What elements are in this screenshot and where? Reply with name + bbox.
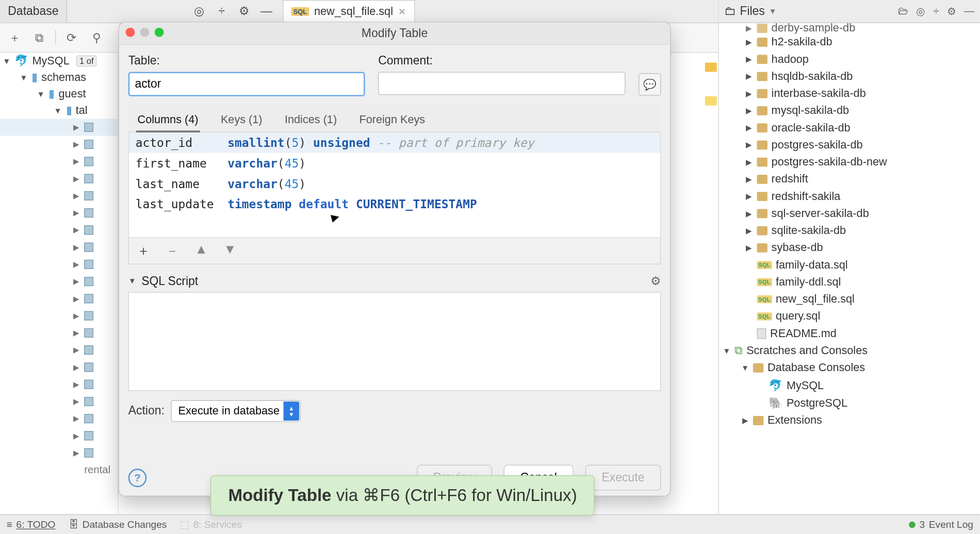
- files-item[interactable]: redshift-sakila: [722, 188, 977, 205]
- scratches-node[interactable]: ⧉Scratches and Consoles: [722, 342, 977, 359]
- close-icon[interactable]: ✕: [398, 6, 406, 16]
- chevron-right-icon[interactable]: [72, 397, 80, 406]
- select-stepper-icon[interactable]: ▲▼: [284, 402, 300, 421]
- files-item[interactable]: postgres-sakila-db-new: [722, 154, 977, 171]
- help-button[interactable]: ?: [128, 469, 147, 487]
- extensions-node[interactable]: Extensions: [722, 412, 977, 429]
- chevron-right-icon[interactable]: [745, 89, 753, 98]
- tab-keys[interactable]: Keys (1): [219, 109, 264, 131]
- comment-input[interactable]: [378, 72, 625, 95]
- files-item[interactable]: redshift: [722, 171, 977, 188]
- database-tree[interactable]: 🐬 MySQL 1 of ▮ schemas ▮ guest ▮ tal ren…: [0, 53, 119, 514]
- columns-list[interactable]: actor_idsmallint(5) unsigned -- part of …: [128, 132, 661, 238]
- gear-icon[interactable]: ⚙: [947, 5, 956, 18]
- minimize-icon[interactable]: —: [259, 4, 273, 18]
- add-column-icon[interactable]: ＋: [137, 242, 150, 260]
- files-item[interactable]: oracle-sakila-db: [722, 119, 977, 136]
- filter-icon[interactable]: ⚲: [88, 28, 106, 47]
- chevron-right-icon[interactable]: [745, 106, 753, 115]
- files-item[interactable]: hadoop: [722, 51, 977, 68]
- chevron-right-icon[interactable]: [745, 226, 753, 236]
- chevron-down-icon[interactable]: [37, 89, 44, 98]
- sql-script-editor[interactable]: [128, 292, 661, 391]
- files-item[interactable]: sybase-db: [722, 239, 977, 256]
- window-zoom-icon[interactable]: [155, 28, 164, 37]
- files-item[interactable]: SQLfamily-ddl.sql: [722, 274, 977, 291]
- tab-columns[interactable]: Columns (4): [136, 109, 200, 132]
- todo-tool[interactable]: ≡6: TODO: [7, 519, 56, 530]
- split-icon[interactable]: ÷: [934, 5, 939, 17]
- console-postgres[interactable]: 🐘PostgreSQL: [722, 394, 977, 412]
- chevron-right-icon[interactable]: [72, 311, 80, 321]
- files-item[interactable]: h2-sakila-db: [722, 34, 977, 51]
- chevron-down-icon[interactable]: ▼: [769, 7, 776, 16]
- split-icon[interactable]: ÷: [215, 4, 229, 18]
- chevron-right-icon[interactable]: [741, 416, 749, 425]
- chevron-down-icon[interactable]: [741, 363, 749, 373]
- chevron-down-icon[interactable]: [128, 276, 136, 286]
- files-item[interactable]: sqlite-sakila-db: [722, 222, 977, 239]
- services-tool[interactable]: ⬚8: Services: [180, 519, 242, 530]
- refresh-icon[interactable]: ⟳: [62, 28, 81, 47]
- files-item[interactable]: SQLquery.sql: [722, 308, 977, 325]
- editor-tab[interactable]: SQL new_sql_file.sql ✕: [283, 0, 415, 22]
- target-icon[interactable]: ◎: [192, 4, 206, 19]
- database-tab[interactable]: Database: [0, 0, 67, 22]
- tab-indices[interactable]: Indices (1): [283, 109, 338, 131]
- files-item[interactable]: mysql-sakila-db: [722, 102, 977, 119]
- minimize-icon[interactable]: —: [964, 5, 974, 17]
- chevron-right-icon[interactable]: [745, 175, 753, 184]
- chevron-right-icon[interactable]: [745, 72, 753, 81]
- tab-foreign-keys[interactable]: Foreign Keys: [358, 109, 427, 131]
- chevron-right-icon[interactable]: [745, 38, 753, 47]
- chevron-right-icon[interactable]: [72, 225, 80, 235]
- files-item[interactable]: postgres-sakila-db: [722, 137, 977, 154]
- chevron-right-icon[interactable]: [72, 260, 80, 269]
- chevron-down-icon[interactable]: [54, 106, 62, 115]
- column-row[interactable]: last_namevarchar(45): [129, 173, 660, 194]
- console-mysql[interactable]: 🐬MySQL: [722, 376, 977, 394]
- chevron-right-icon[interactable]: [72, 123, 80, 132]
- chevron-right-icon[interactable]: [72, 191, 80, 201]
- expand-comment-button[interactable]: 💬: [639, 73, 661, 95]
- files-item[interactable]: hsqldb-sakila-db: [722, 68, 977, 85]
- files-item[interactable]: SQLnew_sql_file.sql: [722, 291, 977, 308]
- gear-icon[interactable]: ⚙: [237, 4, 251, 19]
- column-row[interactable]: first_namevarchar(45): [129, 153, 660, 174]
- files-item[interactable]: derby-sample-db: [722, 23, 977, 34]
- window-close-icon[interactable]: [126, 28, 135, 37]
- chevron-right-icon[interactable]: [72, 140, 80, 149]
- action-select[interactable]: Execute in database: [171, 400, 301, 422]
- gear-icon[interactable]: ⚙: [650, 274, 661, 288]
- chevron-down-icon[interactable]: [20, 73, 27, 82]
- chevron-right-icon[interactable]: [745, 123, 753, 132]
- chevron-right-icon[interactable]: [72, 414, 80, 423]
- table-name-input[interactable]: [128, 72, 365, 96]
- chevron-down-icon[interactable]: [3, 56, 10, 65]
- db-consoles-node[interactable]: Database Consoles: [722, 359, 977, 376]
- chevron-right-icon[interactable]: [72, 431, 80, 440]
- chevron-right-icon[interactable]: [745, 24, 753, 33]
- chevron-right-icon[interactable]: [72, 362, 80, 372]
- chevron-down-icon[interactable]: [723, 346, 730, 355]
- chevron-right-icon[interactable]: [72, 277, 80, 286]
- event-log[interactable]: 3 Event Log: [909, 519, 973, 530]
- column-row[interactable]: last_updatetimestamp default CURRENT_TIM…: [129, 194, 660, 214]
- copy-icon[interactable]: ⧉: [30, 28, 49, 47]
- chevron-right-icon[interactable]: [72, 294, 80, 303]
- db-changes-tool[interactable]: 🗄Database Changes: [69, 519, 167, 530]
- files-item[interactable]: sql-server-sakila-db: [722, 205, 977, 222]
- chevron-right-icon[interactable]: [72, 208, 80, 218]
- chevron-right-icon[interactable]: [72, 157, 80, 166]
- chevron-right-icon[interactable]: [72, 174, 80, 183]
- chevron-right-icon[interactable]: [745, 192, 753, 201]
- files-item[interactable]: SQLfamily-data.sql: [722, 257, 977, 274]
- chevron-right-icon[interactable]: [72, 243, 80, 252]
- tree-rental-label[interactable]: rental: [84, 464, 110, 476]
- column-row[interactable]: actor_idsmallint(5) unsigned -- part of …: [129, 132, 660, 153]
- chevron-right-icon[interactable]: [72, 380, 80, 389]
- chevron-right-icon[interactable]: [72, 345, 80, 355]
- chevron-right-icon[interactable]: [72, 448, 80, 458]
- open-folder-icon[interactable]: 🗁: [898, 5, 908, 17]
- chevron-right-icon[interactable]: [745, 209, 753, 218]
